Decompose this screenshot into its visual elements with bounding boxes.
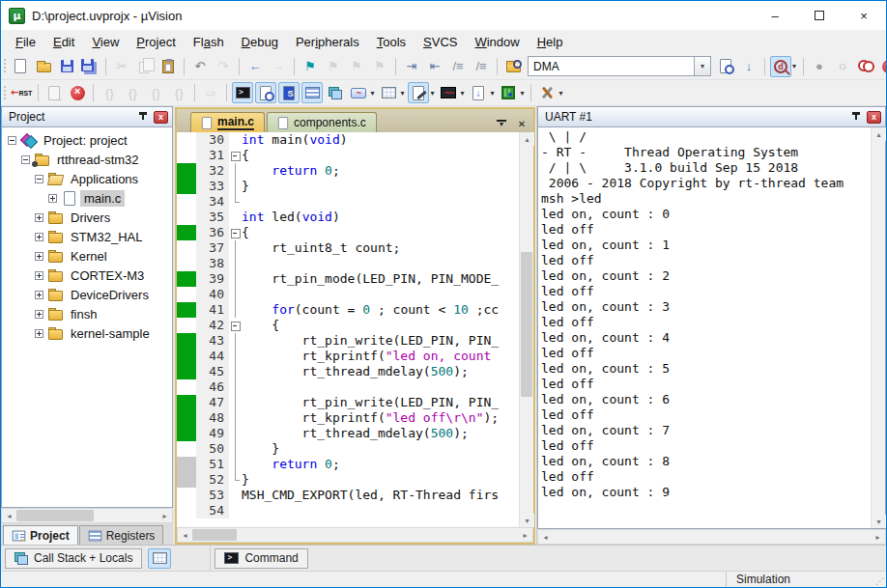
cut-icon[interactable]: ✂ [111, 56, 132, 77]
scroll-right-icon[interactable]: ▸ [871, 530, 885, 544]
enable-disable-breakpoint-icon[interactable]: ○ [832, 56, 853, 77]
scroll-up-icon[interactable]: ▴ [872, 127, 886, 141]
debug-toolbar-tools-icon[interactable] [536, 82, 558, 103]
debug-toolbar-tools-dropdown-icon[interactable]: ▾ [558, 89, 562, 98]
navigate-forward-icon[interactable]: → [268, 56, 289, 77]
project-horizontal-scrollbar[interactable]: ◂ ▸ [1, 508, 173, 523]
resize-grip[interactable]: ⋰ [871, 572, 886, 587]
insert-remove-breakpoint-icon[interactable]: ● [809, 56, 830, 77]
indent-icon[interactable]: ⇥ [401, 56, 422, 77]
tree-group-kernel-sample[interactable]: kernel-sample [2, 323, 172, 343]
tab-components-c[interactable]: components.c [267, 112, 377, 132]
expand-icon[interactable] [35, 291, 43, 299]
pin-icon[interactable] [136, 110, 150, 124]
collapse-icon[interactable] [21, 155, 30, 164]
registers-window-toggle-icon[interactable] [301, 82, 323, 103]
tree-group-stm32-hal[interactable]: STM32_HAL [2, 227, 172, 246]
menu-tools[interactable]: Tools [368, 32, 415, 52]
tree-group-devicedrivers[interactable]: DeviceDrivers [2, 285, 172, 304]
memory-window-icon[interactable] [378, 82, 399, 103]
menu-view[interactable]: View [83, 32, 128, 52]
expand-icon[interactable] [35, 213, 43, 222]
logic-analyzer-icon[interactable] [438, 82, 459, 103]
uncomment-selection-icon[interactable]: /≡ [471, 56, 492, 77]
uart-panel-close-icon[interactable]: x [867, 111, 881, 124]
command-window-toggle-icon[interactable] [232, 82, 253, 103]
scroll-up-icon[interactable]: ▴ [520, 132, 534, 146]
step-out-icon[interactable]: {} [145, 82, 166, 103]
scroll-down-icon[interactable]: ▾ [520, 514, 534, 527]
navigate-back-icon[interactable]: ← [244, 56, 266, 77]
unindent-icon[interactable]: ⇤ [424, 56, 445, 77]
expand-icon[interactable] [35, 329, 43, 338]
tree-target-rtthread-stm32[interactable]: rtthread-stm32 [2, 150, 172, 169]
clear-all-bookmarks-icon[interactable]: ⚑ [369, 56, 390, 77]
scroll-left-icon[interactable]: ◂ [538, 530, 553, 544]
tree-group-cortex-m3[interactable]: CORTEX-M3 [2, 266, 172, 285]
paste-icon[interactable] [157, 56, 179, 77]
expand-icon[interactable] [48, 194, 57, 203]
next-bookmark-icon[interactable]: ⚑ [323, 56, 344, 77]
system-viewer-icon[interactable] [498, 82, 519, 103]
stop-debug-icon[interactable] [67, 82, 88, 103]
expand-icon[interactable] [35, 310, 43, 319]
tree-group-drivers[interactable]: Drivers [2, 208, 172, 227]
scroll-left-icon[interactable]: ◂ [2, 509, 16, 522]
document-list-icon[interactable]: ▾ [493, 115, 510, 132]
find-in-files-window-icon[interactable] [715, 56, 736, 77]
watch-window-dropdown-icon[interactable]: ▾ [370, 89, 374, 98]
scroll-left-icon[interactable]: ◂ [178, 528, 192, 542]
uart-horizontal-scrollbar[interactable]: ◂ ▸ [537, 529, 886, 545]
copy-icon[interactable] [134, 56, 156, 77]
menu-peripherals[interactable]: Peripherals [287, 32, 368, 52]
scroll-right-icon[interactable]: ▸ [157, 509, 172, 522]
watch-window-icon[interactable] [348, 82, 369, 103]
tab-project[interactable]: Project [3, 525, 78, 545]
serial-window-icon[interactable] [408, 82, 429, 103]
menu-edit[interactable]: Edit [44, 32, 83, 52]
menu-project[interactable]: Project [128, 32, 184, 52]
trace-window-icon[interactable] [468, 82, 489, 103]
close-document-icon[interactable]: ✕ [513, 115, 530, 132]
tab-registers[interactable]: Registers [79, 525, 164, 545]
code-editor[interactable]: 30int main(void)31{32 return 0;33}3435in… [177, 132, 519, 527]
fold-collapse-icon[interactable] [229, 148, 242, 163]
collapse-icon[interactable] [8, 136, 16, 145]
menu-file[interactable]: File [7, 32, 44, 52]
expand-icon[interactable] [35, 271, 43, 280]
find-in-files-icon[interactable] [502, 56, 524, 77]
scrollbar-thumb[interactable] [16, 510, 94, 521]
symbols-window-toggle-icon[interactable] [278, 82, 300, 103]
menu-flash[interactable]: Flash [185, 32, 233, 52]
memory-window-dropdown-icon[interactable]: ▾ [400, 89, 404, 98]
project-panel-close-icon[interactable]: x [154, 111, 168, 124]
pin-icon[interactable] [849, 110, 863, 124]
tree-group-finsh[interactable]: finsh [2, 304, 172, 323]
expand-icon[interactable] [35, 252, 43, 261]
step-into-icon[interactable]: {} [99, 82, 120, 103]
system-viewer-dropdown-icon[interactable]: ▾ [520, 89, 524, 98]
open-file-icon[interactable] [33, 56, 54, 77]
disable-all-breakpoints-icon[interactable] [855, 56, 876, 77]
fold-collapse-icon[interactable] [229, 225, 242, 240]
tab-command[interactable]: Command [215, 548, 307, 569]
trace-window-dropdown-icon[interactable]: ▾ [490, 89, 494, 98]
find-dropdown-icon[interactable]: ▾ [792, 62, 796, 70]
undo-icon[interactable]: ↶ [189, 56, 211, 77]
comment-selection-icon[interactable]: /≡ [447, 56, 469, 77]
find-combo[interactable]: DMA▾ [528, 56, 711, 76]
find-icon[interactable] [770, 56, 791, 77]
tree-group-applications[interactable]: Applications [2, 169, 172, 188]
disassembly-window-toggle-icon[interactable] [255, 82, 276, 103]
scroll-right-icon[interactable]: ▸ [518, 528, 532, 542]
menu-svcs[interactable]: SVCS [415, 32, 466, 52]
menu-window[interactable]: Window [466, 32, 528, 52]
find-combo-value[interactable]: DMA [528, 56, 694, 76]
tree-group-kernel[interactable]: Kernel [2, 246, 172, 266]
save-all-icon[interactable] [79, 56, 100, 77]
find-combo-dropdown-icon[interactable]: ▾ [694, 56, 711, 76]
close-button[interactable]: × [842, 1, 886, 30]
uart-vertical-scrollbar[interactable]: ▴ ▾ [871, 127, 885, 528]
tab-main-c[interactable]: main.c [190, 112, 265, 132]
call-stack-window-toggle-icon[interactable] [325, 82, 346, 103]
